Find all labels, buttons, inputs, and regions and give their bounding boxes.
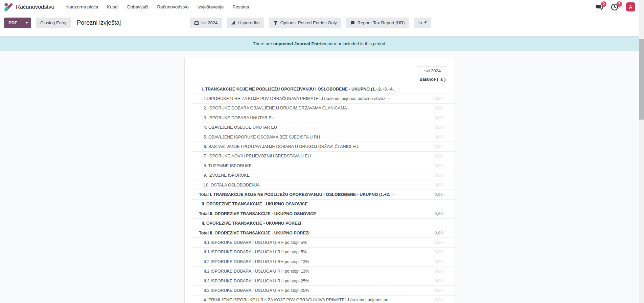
row-label: Total II. OPOREZIVE TRANSAKCIJE - UKUPNO… [199,211,316,216]
row-label: 5. OBAVLJENE ISPORUKE OSOBAMA BEZ SJEDIŠ… [204,135,320,140]
app-brand-name[interactable]: Računovodstvo [16,4,54,10]
menu-item-dashboard[interactable]: Nadzorna ploča [62,0,103,14]
scrollbar-thumb[interactable] [639,39,644,120]
menu-item-customers[interactable]: Kupci [102,0,123,14]
row-balance-value: 0,00 [407,135,455,140]
table-row[interactable]: 1.ISPORUKE U RH ZA KOJE PDV OBRAČUNAVA P… [192,94,455,103]
row-balance-value: 0,00 [407,211,455,216]
balance-column-header: Balance ( .€ ) [419,77,445,82]
table-row[interactable]: 8. TUZEMNE ISPORUKE ··· 0,00 [192,161,455,171]
row-label: II.1 ISPORUKE DOBARA I USLUGA U RH po st… [204,240,307,245]
vertical-scrollbar [639,0,644,303]
pdf-dropdown-button[interactable] [22,18,31,28]
accounting-app-logo-icon[interactable] [4,3,13,11]
row-label: Total II. OPOREZIVE TRANSAKCIJE - UKUPNO… [199,231,309,235]
row-balance-value: 0,00 [407,125,455,130]
row-balance-value: 0,00 [407,173,455,178]
row-label: 1.ISPORUKE U RH ZA KOJE PDV OBRAČUNAVA P… [204,96,385,101]
messages-icon[interactable]: 2 [595,3,604,11]
app-window: Računovodstvo Nadzorna ploča Kupci Dobav… [0,0,639,303]
user-avatar[interactable]: A [626,2,635,11]
row-label: II. OPOREZIVE TRANSAKCIJE - UKUPNO POREZ… [202,221,301,226]
unposted-entries-banner: There are unposted Journal Entries prior… [0,36,639,51]
table-row[interactable]: 4. OBAVLJENE USLUGE UNUTAR EU ··· 0,00 [192,123,455,132]
table-row[interactable]: 3. ISPORUKE DOBARA UNUTAR EU ··· 0,00 [192,113,455,123]
table-row[interactable]: II.2 ISPORUKE DOBARA I USLUGA U RH po st… [192,257,455,267]
row-balance-value: 0,00 [407,106,455,110]
pdf-button[interactable]: PDF [4,18,22,28]
report-header: svi 2024 Balance ( .€ ) [185,67,455,82]
date-filter-button[interactable]: svi 2024 [190,18,222,28]
table-row[interactable]: 7. ISPORUKE NOVIH PRIJEVOZNIH SREDSTAVA … [192,152,455,161]
currency-filter-button[interactable]: In .€ [414,18,431,28]
table-row[interactable]: II.3 ISPORUKE DOBARA I USLUGA U RH po st… [192,276,455,286]
messages-badge: 2 [601,1,606,7]
menu-item-reporting[interactable]: Izvještavanje [193,0,228,14]
row-balance-value: 0,00 [407,269,455,274]
row-balance-value: 0,00 [407,240,455,245]
table-row[interactable]: II.2 ISPORUKE DOBARA I USLUGA U RH po st… [192,267,455,276]
filter-icon [273,21,278,25]
menu-item-configuration[interactable]: Postava [228,0,253,14]
table-row[interactable]: II. OPOREZIVE TRANSAKCIJE - UKUPNO POREZ… [192,219,455,228]
bar-chart-icon [231,21,236,25]
table-row[interactable]: Total I. TRANSAKCIJE KOJE NE PODLIJEŽU O… [192,190,455,199]
table-row[interactable]: 4. PRIMLJENE ISPORUKE U RH ZA KOJE PDV O… [192,296,455,303]
table-row[interactable]: 10. OSTALA OSLOBOĐENJA ··· 0,00 [192,180,455,190]
report-table: I. TRANSAKCIJE KOJE NE PODLIJEŽU OPOREZI… [192,84,455,303]
table-row[interactable]: II.1 ISPORUKE DOBARA I USLUGA U RH po st… [192,238,455,247]
row-balance-value: 0,00 [407,154,455,158]
calendar-icon [194,21,199,25]
closing-entry-button[interactable]: Closing Entry [36,18,71,28]
truncation-ellipsis-icon: ··· [392,193,397,196]
row-label: II. OPOREZIVE TRANSAKCIJE - UKUPNO OSNOV… [202,202,308,206]
activities-badge: 7 [617,1,622,7]
top-navbar: Računovodstvo Nadzorna ploča Kupci Dobav… [0,0,639,14]
report-variant-button[interactable]: Report: Tax Report (HR) [346,18,409,28]
row-label: Total I. TRANSAKCIJE KOJE NE PODLIJEŽU O… [199,192,390,197]
menu-item-vendors[interactable]: Dobavljači [123,0,153,14]
row-label: 6. SASTAVLJANJE I POSTAVLJANJE DOBARA U … [204,144,358,149]
chevron-down-icon [25,22,28,24]
table-row[interactable]: II.3 ISPORUKE DOBARA I USLUGA U RH po st… [192,286,455,295]
row-balance-value: 0,00 [407,279,455,283]
table-row[interactable]: II.1 ISPORUKE DOBARA I USLUGA U RH po st… [192,248,455,257]
table-row[interactable]: I. TRANSAKCIJE KOJE NE PODLIJEŽU OPOREZI… [192,84,455,94]
truncation-ellipsis-icon: ··· [390,298,395,302]
table-row[interactable]: Total II. OPOREZIVE TRANSAKCIJE - UKUPNO… [192,209,455,219]
main-menu: Nadzorna ploča Kupci Dobavljači Računovo… [62,0,254,14]
row-label: I. TRANSAKCIJE KOJE NE PODLIJEŽU OPOREZI… [202,87,394,92]
table-row[interactable]: 5. OBAVLJENE ISPORUKE OSOBAMA BEZ SJEDIŠ… [192,132,455,142]
table-row[interactable]: 9. IZVOZNE ISPORUKE ··· 0,00 [192,171,455,180]
options-filter-button[interactable]: Options: Posted Entries Only [269,18,341,28]
row-label: II.2 ISPORUKE DOBARA I USLUGA U RH po st… [204,269,309,274]
row-label: 2. ISPORUKE DOBARA OBAVLJENE U DRUGIM DR… [204,106,347,110]
book-icon [350,21,355,25]
table-row[interactable]: II. OPOREZIVE TRANSAKCIJE - UKUPNO OSNOV… [192,200,455,209]
page-title: Porezni izvještaj [77,18,121,28]
tax-report-card: svi 2024 Balance ( .€ ) I. TRANSAKCIJE K… [184,57,455,303]
row-label: II.3 ISPORUKE DOBARA I USLUGA U RH po st… [204,279,309,283]
row-balance-value: 0,00 [407,96,455,101]
main-content: svi 2024 Balance ( .€ ) I. TRANSAKCIJE K… [0,51,639,303]
row-balance-value: 0,00 [407,288,455,293]
row-label: 7. ISPORUKE NOVIH PRIJEVOZNIH SREDSTAVA … [204,154,311,158]
row-balance-value: 0,00 [407,259,455,264]
menu-item-accounting[interactable]: Računovodstvo [153,0,193,14]
comparison-filter-button[interactable]: Usporedba [227,18,264,28]
row-label: II.3 ISPORUKE DOBARA I USLUGA U RH po st… [204,288,309,293]
activities-clock-icon[interactable]: 7 [611,3,619,11]
row-label: 3. ISPORUKE DOBARA UNUTAR EU [204,116,275,120]
systray: 2 7 A [595,2,635,11]
table-row[interactable]: 6. SASTAVLJANJE I POSTAVLJANJE DOBARA U … [192,142,455,151]
truncation-ellipsis-icon: ··· [396,87,400,91]
table-row[interactable]: 2. ISPORUKE DOBARA OBAVLJENE U DRUGIM DR… [192,104,455,113]
row-label: 4. PRIMLJENE ISPORUKE U RH ZA KOJE PDV O… [204,298,388,302]
banner-text: There are unposted Journal Entries prior… [253,41,387,46]
unposted-journal-entries-link[interactable]: unposted Journal Entries [273,41,326,46]
row-balance-value: 0,00 [407,231,455,235]
report-toolbar: PDF Closing Entry Porezni izvještaj svi … [0,14,639,36]
row-balance-value: 0,00 [407,298,455,302]
table-row[interactable]: Total II. OPOREZIVE TRANSAKCIJE - UKUPNO… [192,228,455,238]
row-balance-value: 0,00 [407,183,455,187]
